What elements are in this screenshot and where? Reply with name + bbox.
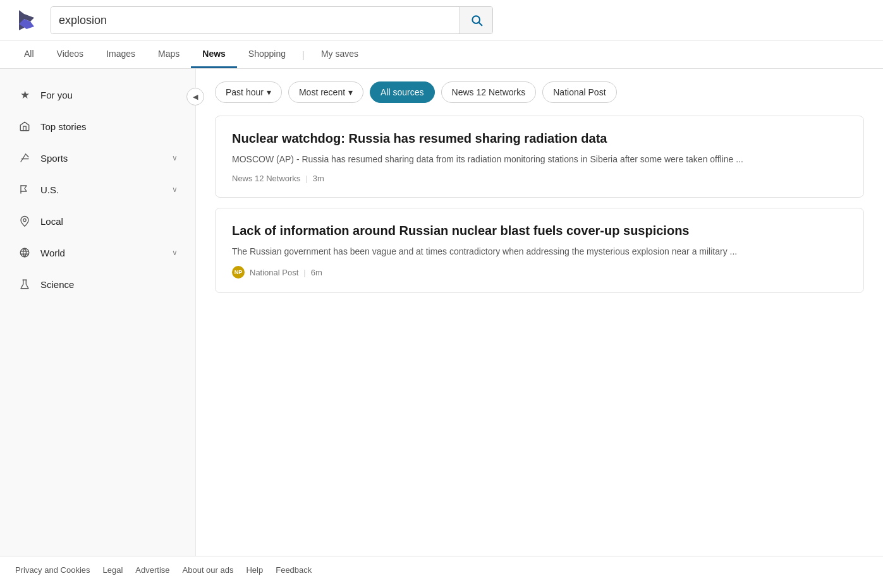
main-layout: ◀ ★ For you Top stories <box>0 69 883 556</box>
article-snippet: MOSCOW (AP) - Russia has resumed sharing… <box>232 153 847 166</box>
sidebar-item-science[interactable]: Science <box>0 268 195 300</box>
sidebar-item-label: Science <box>40 279 178 290</box>
filter-all-sources[interactable]: All sources <box>370 81 434 103</box>
footer-advertise[interactable]: Advertise <box>135 565 169 575</box>
filter-news12[interactable]: News 12 Networks <box>441 81 537 103</box>
filter-label: Past hour <box>226 87 264 97</box>
news-card: Nuclear watchdog: Russia has resumed sha… <box>215 116 864 198</box>
meta-separator: | <box>303 268 305 277</box>
sidebar-item-for-you[interactable]: ★ For you <box>0 79 195 111</box>
sidebar-items: ★ For you Top stories <box>0 69 195 310</box>
footer-privacy[interactable]: Privacy and Cookies <box>15 565 90 575</box>
main-content: Past hour ▾ Most recent ▾ All sources Ne… <box>196 69 883 556</box>
filter-national-post[interactable]: National Post <box>542 81 616 103</box>
filter-row: Past hour ▾ Most recent ▾ All sources Ne… <box>215 81 864 103</box>
sidebar-item-us[interactable]: U.S. ∨ <box>0 174 195 205</box>
sidebar-item-label: U.S. <box>40 184 163 195</box>
sidebar-item-label: For you <box>40 90 178 100</box>
tab-videos[interactable]: Videos <box>46 41 95 68</box>
nav-tabs: All Videos Images Maps News Shopping | M… <box>0 41 883 69</box>
search-bar <box>51 6 493 34</box>
source-logo: NP <box>232 266 245 279</box>
home-icon <box>18 119 32 133</box>
article-meta: NP National Post | 6m <box>232 266 847 279</box>
chevron-down-icon: ∨ <box>172 248 178 257</box>
article-meta: News 12 Networks | 3m <box>232 174 847 183</box>
star-icon: ★ <box>18 88 32 102</box>
sidebar-item-label: Sports <box>40 153 163 164</box>
news-card: Lack of information around Russian nucle… <box>215 208 864 293</box>
footer-legal[interactable]: Legal <box>103 565 123 575</box>
filter-past-hour[interactable]: Past hour ▾ <box>215 81 282 103</box>
article-snippet: The Russian government has been vague an… <box>232 245 847 258</box>
chevron-down-icon: ∨ <box>172 153 178 162</box>
filter-label: Most recent <box>299 87 345 97</box>
svg-line-1 <box>478 23 482 26</box>
sidebar-item-label: World <box>40 248 163 258</box>
sidebar-item-label: Local <box>40 216 178 227</box>
article-time: 3m <box>313 174 324 183</box>
svg-point-6 <box>20 248 29 257</box>
sidebar-item-local[interactable]: Local <box>0 205 195 237</box>
footer-feedback[interactable]: Feedback <box>276 565 312 575</box>
science-icon <box>18 277 32 291</box>
article-title[interactable]: Nuclear watchdog: Russia has resumed sha… <box>232 130 847 147</box>
flag-icon <box>18 183 32 196</box>
sidebar-item-sports[interactable]: Sports ∨ <box>0 142 195 174</box>
sidebar: ◀ ★ For you Top stories <box>0 69 196 556</box>
svg-line-3 <box>26 154 29 157</box>
sidebar-item-label: Top stories <box>40 121 178 132</box>
sidebar-collapse-button[interactable]: ◀ <box>186 88 204 105</box>
footer: Privacy and Cookies Legal Advertise Abou… <box>0 556 883 584</box>
meta-separator: | <box>305 174 307 183</box>
article-source[interactable]: National Post <box>250 268 298 277</box>
svg-line-2 <box>21 154 26 162</box>
sports-icon <box>18 151 32 165</box>
search-button[interactable] <box>460 7 492 33</box>
tab-all[interactable]: All <box>13 41 46 68</box>
location-icon <box>18 214 32 228</box>
search-icon <box>470 14 483 27</box>
globe-icon <box>18 246 32 260</box>
svg-point-5 <box>23 219 27 222</box>
footer-about-ads[interactable]: About our ads <box>183 565 234 575</box>
tab-my-saves[interactable]: My saves <box>310 41 370 68</box>
chevron-down-icon: ▾ <box>267 87 271 97</box>
tab-images[interactable]: Images <box>95 41 147 68</box>
filter-label: National Post <box>553 87 606 97</box>
chevron-down-icon: ∨ <box>172 185 178 194</box>
header <box>0 0 883 41</box>
tab-shopping[interactable]: Shopping <box>237 41 297 68</box>
footer-help[interactable]: Help <box>246 565 263 575</box>
article-time: 6m <box>311 268 322 277</box>
sidebar-item-world[interactable]: World ∨ <box>0 237 195 268</box>
search-input[interactable] <box>51 7 460 33</box>
filter-label: News 12 Networks <box>452 87 526 97</box>
tab-maps[interactable]: Maps <box>147 41 191 68</box>
article-source[interactable]: News 12 Networks <box>232 174 300 183</box>
bing-logo[interactable] <box>13 6 40 34</box>
article-title[interactable]: Lack of information around Russian nucle… <box>232 222 847 239</box>
tab-news[interactable]: News <box>191 41 237 68</box>
filter-most-recent[interactable]: Most recent ▾ <box>288 81 363 103</box>
filter-label: All sources <box>381 87 423 97</box>
nav-divider: | <box>297 49 310 60</box>
sidebar-item-top-stories[interactable]: Top stories <box>0 111 195 142</box>
chevron-down-icon: ▾ <box>348 87 353 97</box>
